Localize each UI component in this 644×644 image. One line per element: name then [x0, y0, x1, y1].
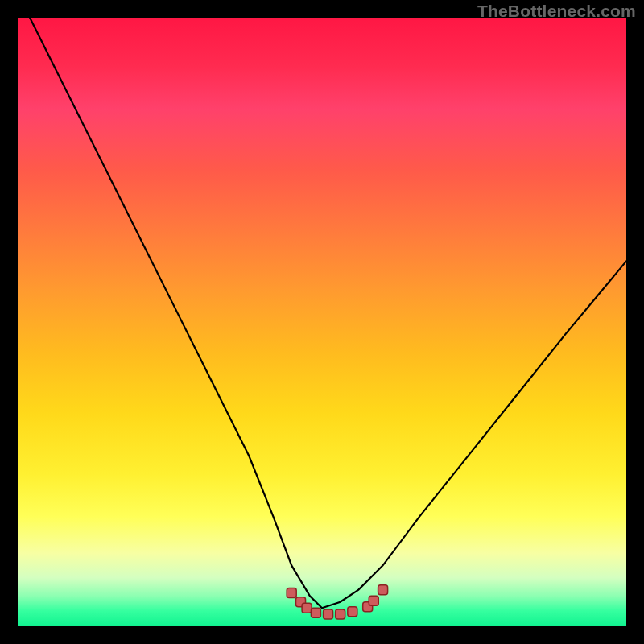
dot: [378, 585, 388, 595]
curve-right: [322, 261, 626, 608]
dot: [348, 607, 357, 617]
dot: [336, 609, 345, 619]
dot: [287, 588, 296, 597]
dot: [302, 603, 312, 613]
dot: [324, 609, 333, 619]
dot: [311, 608, 320, 617]
outer-frame: TheBottleneck.com: [0, 0, 644, 644]
curve-left: [30, 18, 322, 608]
dot: [369, 596, 378, 605]
curve-svg: [18, 18, 626, 626]
bottom-dots: [287, 585, 387, 619]
plot-area: [18, 18, 626, 626]
